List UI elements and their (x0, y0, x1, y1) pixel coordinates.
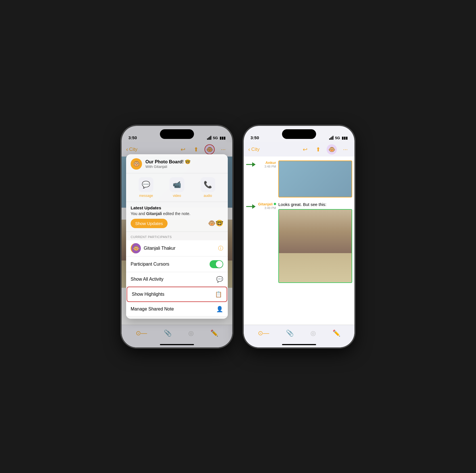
activity-text-2: Looks great. But see this: (278, 202, 352, 207)
toggle-thumb (216, 261, 223, 268)
note-content-area-2: Ankur 3:48 PM Gitanjali 3:49 PM (244, 157, 354, 325)
popup-overlay: 🐵 Our Photo Board! 🤓 With Gitanjali 💬 me… (122, 126, 232, 347)
emoji-pair: 🐵🤓 (208, 220, 223, 227)
toggle-track (210, 260, 223, 268)
battery-2: ▮▮▮ (342, 136, 348, 140)
participants-section: CURRENT PARTICIPANTS 🐵 Gitanjali Thakur … (126, 232, 228, 319)
svg-marker-3 (252, 204, 256, 209)
more-button-2[interactable]: ··· (341, 145, 350, 154)
activity-meta-1: Ankur 3:48 PM (256, 161, 276, 197)
activity-content-2: Looks great. But see this: (278, 202, 352, 283)
phone-1-screen: 3:50 5G ▮▮▮ ‹ City ↩ ⬆ 🐵 (122, 126, 232, 347)
checklist-icon-2[interactable]: ⊙— (258, 330, 269, 337)
activity-time-2: 3:49 PM (264, 206, 276, 210)
video-icon: 📹 (170, 177, 184, 192)
svg-marker-1 (252, 162, 256, 167)
participant-avatar: 🐵 (131, 243, 141, 253)
participant-name: Gitanjali Thakur (144, 246, 218, 251)
online-dot (274, 203, 276, 205)
message-button[interactable]: 💬 message (131, 177, 162, 198)
show-updates-button[interactable]: Show Updates (131, 219, 168, 228)
updates-desc-plain: You and (131, 211, 146, 216)
updates-section: Latest Updates You and Gitanjali edited … (126, 202, 228, 232)
popup-avatar: 🐵 (131, 158, 142, 170)
activity-entry-2: Gitanjali 3:49 PM Looks great. But see t… (244, 200, 354, 285)
participant-cursors-row: Participant Cursors (126, 257, 228, 272)
activity-meta-2: Gitanjali 3:49 PM (256, 202, 276, 283)
manage-shared-note-label: Manage Shared Note (131, 307, 216, 312)
popup-title: Our Photo Board! 🤓 (145, 159, 191, 164)
home-indicator-1 (160, 344, 194, 345)
navigate-icon-2[interactable]: ◎ (310, 330, 316, 337)
show-all-activity-row[interactable]: Show All Activity 💬 (126, 272, 228, 287)
participant-cursors-label: Participant Cursors (131, 262, 210, 267)
updates-title: Latest Updates (131, 205, 223, 210)
activity-user-2-row: Gitanjali (258, 202, 276, 206)
share-button-2[interactable]: ⬆ (314, 145, 323, 154)
participant-row: 🐵 Gitanjali Thakur ⓘ (126, 240, 228, 257)
message-icon: 💬 (139, 177, 153, 192)
activity-time-1: 3:48 PM (256, 165, 276, 168)
comm-buttons-group: 💬 message 📹 video 📞 audio (126, 173, 228, 202)
nav-bar-2: ‹ City ↩ ⬆ 🐵 ··· (244, 142, 354, 157)
attachment-icon-2[interactable]: 📎 (286, 330, 294, 337)
status-time-2: 3:50 (250, 135, 259, 140)
back-arrow-icon-2: ‹ (248, 146, 250, 153)
nav-actions-2: ↩ ⬆ 🐵 ··· (300, 144, 350, 155)
participant-cursors-toggle[interactable] (210, 260, 223, 268)
popup-card: 🐵 Our Photo Board! 🤓 With Gitanjali 💬 me… (126, 154, 228, 319)
show-highlights-label: Show Highlights (132, 292, 215, 297)
video-label: video (173, 194, 181, 198)
audio-icon: 📞 (201, 177, 215, 192)
undo-button-2[interactable]: ↩ (300, 145, 310, 154)
show-highlights-row[interactable]: Show Highlights 📋 (127, 287, 227, 302)
phone-1: 3:50 5G ▮▮▮ ‹ City ↩ ⬆ 🐵 (122, 126, 232, 347)
audio-label: audio (204, 194, 212, 198)
activity-image-2 (278, 209, 352, 283)
compose-icon-2[interactable]: ✏️ (333, 330, 340, 337)
popup-title-group: Our Photo Board! 🤓 With Gitanjali (145, 159, 191, 169)
manage-shared-note-icon: 👤 (216, 306, 223, 312)
dynamic-island-2 (282, 129, 316, 139)
updates-desc: You and Gitanjali edited the note. (131, 211, 223, 216)
message-label: message (139, 194, 153, 198)
updates-desc-end: edited the note. (162, 211, 190, 216)
activity-entry-1: Ankur 3:48 PM (244, 157, 354, 200)
show-all-activity-label: Show All Activity (131, 277, 216, 282)
participants-label: CURRENT PARTICIPANTS (126, 234, 228, 240)
info-icon[interactable]: ⓘ (218, 245, 223, 252)
activity-image-1 (278, 161, 352, 197)
phone-2-screen: 3:50 5G ▮▮▮ ‹ City ↩ ⬆ 🐵 (244, 126, 354, 347)
audio-button[interactable]: 📞 audio (192, 177, 223, 198)
nav-back-2[interactable]: ‹ City (248, 146, 260, 153)
popup-header: 🐵 Our Photo Board! 🤓 With Gitanjali (126, 154, 228, 173)
signal-bars-2 (329, 136, 333, 140)
green-arrow-2 (246, 203, 256, 210)
activity-user-1: Ankur (256, 161, 276, 165)
video-button[interactable]: 📹 video (162, 177, 193, 198)
green-arrow-1 (246, 161, 256, 168)
home-indicator-2 (282, 344, 316, 345)
people-button-2[interactable]: 🐵 (327, 144, 337, 155)
nav-back-label-2: City (251, 147, 260, 152)
camel-image-2 (279, 210, 352, 282)
show-highlights-icon: 📋 (215, 291, 222, 298)
manage-shared-note-row[interactable]: Manage Shared Note 👤 (126, 302, 228, 316)
show-all-activity-icon: 💬 (216, 276, 223, 283)
phone-2: 3:50 5G ▮▮▮ ‹ City ↩ ⬆ 🐵 (244, 126, 354, 347)
dynamic-island-1 (160, 129, 194, 139)
popup-subtitle: With Gitanjali (145, 164, 191, 169)
updates-row: Show Updates 🐵🤓 (131, 219, 223, 228)
signal-type-2: 5G (335, 136, 340, 140)
activity-user-2: Gitanjali (258, 202, 273, 206)
updates-desc-bold: Gitanjali (146, 211, 162, 216)
status-icons-2: 5G ▮▮▮ (329, 136, 348, 140)
